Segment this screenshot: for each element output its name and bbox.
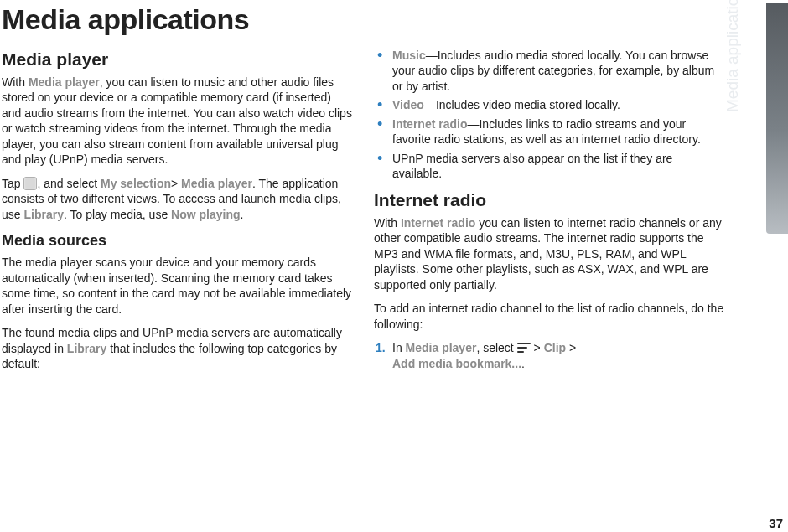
list-item: UPnP media servers also appear on the li… <box>374 151 724 182</box>
my-selection-term: My selection <box>101 177 171 190</box>
steps-list: 1. In Media player, select > Clip > Add … <box>374 340 724 371</box>
media-player-launch: Tap , and select My selection> Media pla… <box>2 176 352 222</box>
side-tab: Media applications <box>766 3 788 234</box>
media-player-intro: With Media player, you can listen to mus… <box>2 75 352 168</box>
library-term-2: Library <box>67 342 106 355</box>
internet-radio-term: Internet radio <box>392 117 467 131</box>
music-term: Music <box>392 49 426 62</box>
heading-internet-radio: Internet radio <box>374 190 724 210</box>
list-item: Internet radio—Includes links to radio s… <box>374 116 724 147</box>
step-item: 1. In Media player, select > Clip > Add … <box>374 340 724 371</box>
page-number: 37 <box>769 516 783 530</box>
library-term: Library <box>23 208 63 221</box>
content-columns: Media player With Media player, you can … <box>2 48 754 380</box>
menu-icon <box>517 343 531 354</box>
add-media-bookmark-term: Add media bookmark... <box>392 357 521 370</box>
internet-radio-intro: With Internet radio you can listen to in… <box>374 215 724 292</box>
page-title: Media applications <box>2 3 754 36</box>
step-number: 1. <box>376 340 386 355</box>
now-playing-term: Now playing <box>171 208 240 221</box>
clip-term: Clip <box>544 341 566 354</box>
video-term: Video <box>392 98 424 111</box>
list-item: Video—Includes video media stored locall… <box>374 97 724 112</box>
right-column: Music—Includes audio media stored locall… <box>374 48 724 380</box>
media-sources-library: The found media clips and UPnP media ser… <box>2 325 352 371</box>
app-launcher-icon <box>23 177 37 190</box>
heading-media-sources: Media sources <box>2 232 352 250</box>
media-player-term: Media player <box>29 75 100 89</box>
category-list: Music—Includes audio media stored locall… <box>374 48 724 182</box>
media-player-term-2: Media player <box>406 341 477 354</box>
internet-radio-add-intro: To add an internet radio channel to the … <box>374 301 724 332</box>
media-player-menu-term: Media player <box>181 177 252 190</box>
left-column: Media player With Media player, you can … <box>2 48 352 380</box>
side-tab-label: Media applications <box>723 0 742 112</box>
page: Media applications Media applications Me… <box>0 3 788 532</box>
list-item: Music—Includes audio media stored locall… <box>374 48 724 94</box>
media-sources-scan: The media player scans your device and y… <box>2 255 352 317</box>
heading-media-player: Media player <box>2 49 352 70</box>
internet-radio-term-2: Internet radio <box>401 216 475 230</box>
